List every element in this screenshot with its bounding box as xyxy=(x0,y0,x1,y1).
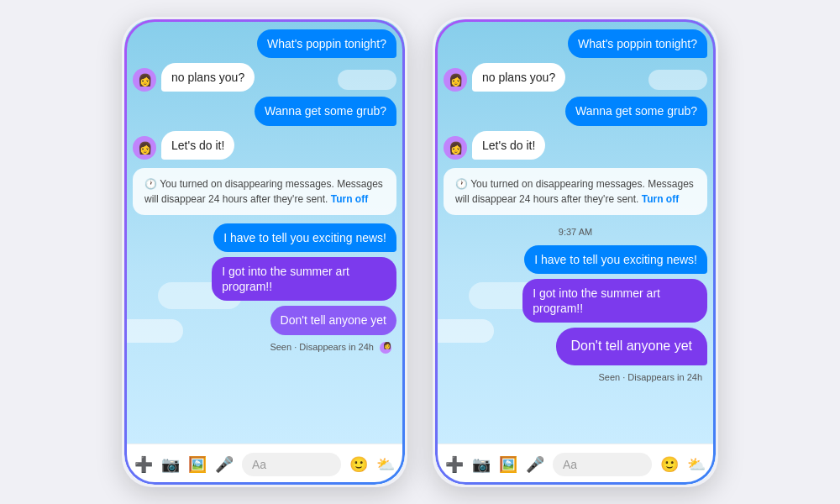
message-bubble: Let's do it! xyxy=(472,131,545,160)
disappear-icon: 🕐 xyxy=(144,178,157,190)
emoji-icon[interactable]: 🙂 xyxy=(660,455,679,474)
toolbar: ➕ 📷 🖼️ 🎤 Aa 🙂 ⛅ xyxy=(435,444,716,485)
message-bubble: no plans you? xyxy=(161,63,255,92)
message-bubble: no plans you? xyxy=(472,63,565,92)
toolbar: ➕ 📷 🖼️ 🎤 Aa 🙂 ⛅ xyxy=(124,444,405,485)
message-bubble: I got into the summer art program!! xyxy=(212,257,396,301)
plus-icon[interactable]: ➕ xyxy=(445,455,464,474)
avatar: 👩 xyxy=(444,68,467,92)
message-bubble: Wanna get some grub? xyxy=(565,97,707,125)
disappear-notice: 🕐 You turned on disappearing messages. M… xyxy=(133,168,396,215)
camera-icon[interactable]: 📷 xyxy=(161,455,180,474)
phone-2: What's poppin tonight? 👩 no plans you? W… xyxy=(433,17,718,487)
message-bubble: I got into the summer art program!! xyxy=(522,279,707,323)
mic-icon[interactable]: 🎤 xyxy=(526,455,544,474)
avatar: 👩 xyxy=(133,68,156,92)
message-bubble: What's poppin tonight? xyxy=(568,29,707,58)
phone-1: What's poppin tonight? 👩 no plans you? W… xyxy=(122,17,407,487)
message-row: I have to tell you exciting news! xyxy=(444,245,707,274)
message-bubble-highlighted: Don't tell anyone yet xyxy=(556,328,707,365)
message-bubble: What's poppin tonight? xyxy=(257,29,396,58)
message-row: 👩 no plans you? xyxy=(133,63,396,92)
message-bubble: I have to tell you exciting news! xyxy=(524,245,707,274)
message-row: I have to tell you exciting news! xyxy=(133,223,396,252)
message-bubble: I have to tell you exciting news! xyxy=(213,223,396,252)
message-row: What's poppin tonight? xyxy=(133,29,396,58)
turn-off-link[interactable]: Turn off xyxy=(642,193,679,205)
message-row: I got into the summer art program!! xyxy=(444,279,707,323)
message-input[interactable]: Aa xyxy=(242,453,341,476)
weather-icon[interactable]: ⛅ xyxy=(687,455,706,474)
plus-icon[interactable]: ➕ xyxy=(134,455,153,474)
message-row: Don't tell anyone yet xyxy=(133,306,396,334)
messages-area: What's poppin tonight? 👩 no plans you? W… xyxy=(124,19,405,444)
seen-label: Seen · Disappears in 24h 👩 xyxy=(133,342,396,354)
image-icon[interactable]: 🖼️ xyxy=(499,455,517,474)
disappear-icon: 🕐 xyxy=(455,178,468,190)
message-row: Don't tell anyone yet xyxy=(444,328,707,365)
mic-icon[interactable]: 🎤 xyxy=(215,455,234,474)
seen-avatar: 👩 xyxy=(380,342,391,354)
message-bubble: Don't tell anyone yet xyxy=(270,306,396,334)
avatar: 👩 xyxy=(444,136,467,160)
message-bubble: Let's do it! xyxy=(161,131,234,160)
message-row: I got into the summer art program!! xyxy=(133,257,396,301)
seen-label: Seen · Disappears in 24h xyxy=(444,372,707,382)
avatar: 👩 xyxy=(133,136,156,160)
message-row: What's poppin tonight? xyxy=(444,29,707,58)
camera-icon[interactable]: 📷 xyxy=(472,455,491,474)
disappear-notice: 🕐 You turned on disappearing messages. M… xyxy=(444,168,707,215)
turn-off-link[interactable]: Turn off xyxy=(331,193,368,205)
message-bubble: Wanna get some grub? xyxy=(255,97,396,125)
message-row: 👩 Let's do it! xyxy=(444,131,707,160)
message-input[interactable]: Aa xyxy=(553,453,652,476)
message-row: Wanna get some grub? xyxy=(133,97,396,125)
message-row: Wanna get some grub? xyxy=(444,97,707,125)
message-row: 👩 Let's do it! xyxy=(133,131,396,160)
emoji-icon[interactable]: 🙂 xyxy=(349,455,368,474)
messages-area: What's poppin tonight? 👩 no plans you? W… xyxy=(435,19,716,444)
weather-icon[interactable]: ⛅ xyxy=(376,455,395,474)
image-icon[interactable]: 🖼️ xyxy=(188,455,207,474)
message-row: 👩 no plans you? xyxy=(444,63,707,92)
timestamp: 9:37 AM xyxy=(444,227,707,237)
